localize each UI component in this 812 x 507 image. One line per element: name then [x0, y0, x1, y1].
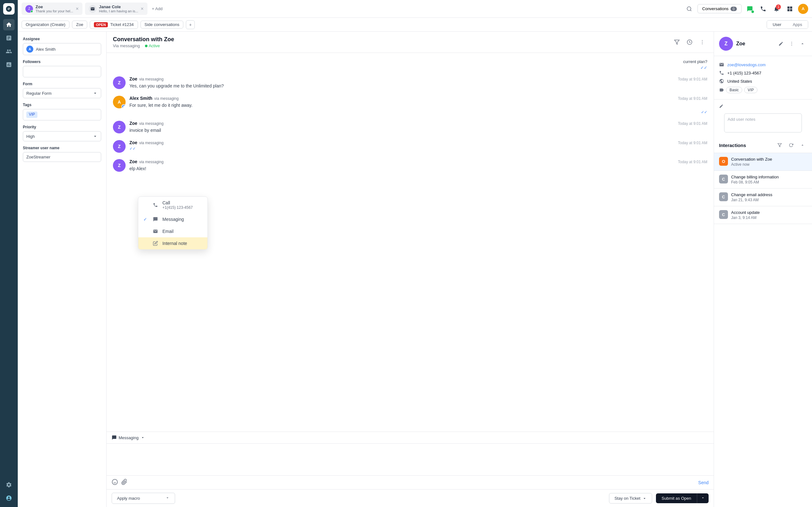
sidebar-item-tickets[interactable] [3, 32, 14, 44]
filter-icon-button[interactable] [672, 37, 682, 47]
interaction-title-account: Account update [731, 210, 807, 215]
streamer-value: ZoeStreamer [26, 155, 98, 159]
svg-point-9 [792, 43, 792, 44]
breadcrumb-side-conversations[interactable]: Side conversations [141, 20, 184, 29]
message-alex-avatar: A [113, 96, 125, 108]
form-select[interactable]: Regular Form [23, 88, 101, 98]
message-alex-content: Alex Smith via messaging Today at 9:01 A… [130, 96, 707, 114]
message-zoe-2: Z Zoe via messaging Today at 9:01 AM inv… [113, 121, 707, 134]
tag-vip-right[interactable]: VIP [744, 87, 757, 93]
dropdown-internal-note[interactable]: Internal note [138, 237, 207, 249]
messaging-label: Messaging [162, 217, 184, 222]
active-status-dot [145, 45, 148, 47]
chat-icon-button[interactable] [745, 4, 755, 14]
streamer-field[interactable]: ZoeStreamer [23, 152, 101, 162]
conv-title-section: Conversation with Zoe Via messaging · Ac… [113, 36, 174, 48]
sidebar-item-settings[interactable] [3, 479, 14, 491]
message-text-zoe-2: invoice by email [130, 127, 707, 134]
more-options-button[interactable] [697, 37, 707, 47]
collapse-profile-button[interactable] [798, 39, 807, 48]
submit-btn-dropdown[interactable] [697, 493, 709, 503]
dropdown-email[interactable]: Email [138, 225, 207, 237]
filter-interactions-button[interactable] [775, 141, 784, 150]
composer-area: Messaging Send [107, 432, 714, 489]
message-sender-zoe-4: Zoe [130, 159, 137, 164]
breadcrumb-org[interactable]: Organization (Create) [21, 20, 69, 29]
interaction-email-change[interactable]: C Change email address Jan 21, 9:43 AM [714, 188, 812, 206]
call-label-group: Call +1(415) 123-4567 [162, 200, 193, 210]
phone-row: +1 (415) 123-4567 [719, 69, 807, 77]
user-phone: +1 (415) 123-4567 [727, 71, 761, 75]
tab-janae-close[interactable]: × [141, 6, 143, 12]
user-avatar-button[interactable]: A [798, 4, 808, 14]
sidebar-item-contacts[interactable] [3, 46, 14, 57]
collapse-interactions-button[interactable] [798, 141, 807, 150]
send-button[interactable]: Send [698, 480, 709, 485]
history-icon-button[interactable] [684, 37, 695, 47]
tab-zoe-text: Zoe Thank you for your hel... [36, 4, 73, 13]
user-email[interactable]: zoe@lovesdogs.com [727, 62, 766, 67]
assignee-field[interactable]: A Alex Smith [23, 43, 101, 55]
interaction-icon-account: C [719, 210, 728, 219]
content-area: Assignee A Alex Smith Followers Form Reg… [18, 32, 812, 507]
emoji-button[interactable] [112, 479, 118, 486]
submit-btn-label: Submit as Open [656, 493, 697, 503]
breadcrumb-user[interactable]: Zoe [72, 20, 87, 29]
tab-janae[interactable]: Janae Cole Hello, I am having an is... × [85, 3, 148, 15]
form-chevron-icon [93, 91, 98, 96]
priority-select[interactable]: High [23, 131, 101, 141]
edit-profile-button[interactable] [776, 39, 785, 48]
tag-basic[interactable]: Basic [726, 87, 742, 93]
interaction-conversation[interactable]: O Conversation with Zoe Active now [714, 153, 812, 171]
tags-field[interactable]: VIP [23, 109, 101, 120]
interaction-account[interactable]: C Account update Jan 3, 9:14 AM [714, 206, 812, 224]
attachment-button[interactable] [121, 479, 128, 486]
breadcrumb-ticket[interactable]: OPEN Ticket #1234 [90, 20, 138, 29]
interaction-billing[interactable]: C Change billing information Feb 08, 9:0… [714, 171, 812, 188]
conversations-button[interactable]: Conversations 0 [698, 4, 742, 13]
interaction-icon-conv: O [719, 157, 728, 166]
interaction-title-email: Change email address [731, 192, 807, 197]
followers-field[interactable] [23, 66, 101, 77]
message-alex-header: Alex Smith via messaging Today at 9:01 A… [130, 96, 707, 101]
tag-vip[interactable]: VIP [26, 112, 38, 118]
composer-body[interactable] [107, 444, 714, 475]
tab-zoe-close[interactable]: × [76, 6, 79, 12]
view-user-button[interactable]: User [767, 20, 787, 29]
refresh-interactions-button[interactable] [786, 141, 796, 150]
stay-on-ticket-button[interactable]: Stay on Ticket [609, 493, 652, 504]
message-time-zoe-1: Today at 9:01 AM [678, 77, 707, 81]
sidebar-item-home[interactable] [3, 19, 14, 31]
tab-zoe[interactable]: Z Zoe Thank you for your hel... × [21, 3, 83, 15]
view-apps-button[interactable]: Apps [787, 20, 808, 29]
sidebar-zendesk-logo[interactable] [3, 493, 14, 504]
search-button[interactable] [684, 4, 694, 14]
notifications-button[interactable]: 1 [771, 4, 781, 14]
messaging-check: ✓ [143, 217, 148, 222]
topbar-right: Conversations 0 1 A [684, 4, 808, 14]
user-tags-row: Basic VIP [719, 85, 807, 95]
user-profile-header: Z Zoe [714, 32, 812, 56]
dropdown-messaging[interactable]: ✓ Messaging [138, 213, 207, 225]
globe-icon [719, 78, 724, 83]
more-options-profile[interactable] [787, 39, 796, 48]
dropdown-call[interactable]: Call +1(415) 123-4567 [138, 197, 207, 213]
user-notes-field[interactable]: Add user notes [724, 113, 802, 132]
conv-via-text: Via messaging [113, 43, 140, 48]
apply-macro-select[interactable]: Apply macro [112, 493, 175, 504]
message-zoe-4-header: Zoe via messaging Today at 9:01 AM [130, 159, 707, 164]
add-tab-button[interactable]: + Add [149, 4, 166, 13]
conversation-header: Conversation with Zoe Via messaging · Ac… [107, 32, 714, 53]
app-logo[interactable] [3, 3, 14, 14]
interaction-title-conv: Conversation with Zoe [731, 157, 807, 162]
conversations-label: Conversations [702, 6, 728, 11]
grid-view-button[interactable] [785, 4, 795, 14]
tab-janae-avatar [89, 5, 96, 13]
interaction-subtitle-email: Jan 21, 9:43 AM [731, 198, 807, 202]
sidebar-item-reports[interactable] [3, 59, 14, 70]
phone-icon-button[interactable] [758, 4, 768, 14]
channel-selector[interactable]: Messaging [107, 432, 714, 444]
submit-button[interactable]: Submit as Open [656, 493, 709, 503]
breadcrumb-add-button[interactable]: + [186, 20, 195, 29]
note-dropdown-icon [152, 241, 159, 246]
